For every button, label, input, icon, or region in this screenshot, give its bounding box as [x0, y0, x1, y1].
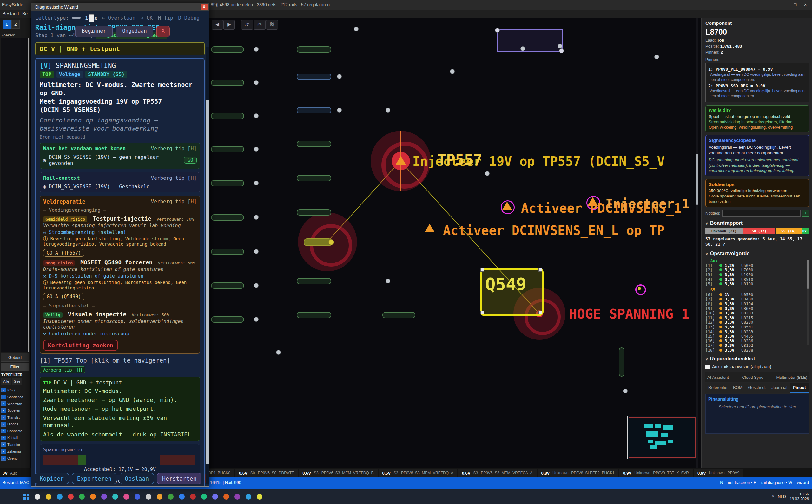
rail-context-item[interactable]: ◉ DCIN_S5_VSENSE (19V) — Geschakeld: [43, 184, 197, 190]
test-pad-dot[interactable]: [254, 283, 259, 288]
type-filter-item[interactable]: ✓Diodes: [1, 421, 30, 428]
resize-handle[interactable]: [538, 311, 542, 314]
find-short-button[interactable]: Kortsluiting zoeken: [43, 340, 118, 351]
rail-segment[interactable]: 0.6VS0PP0V6_S0_DDRVTT: [235, 469, 298, 477]
bootorder-row[interactable]: [18]3,3VU8288: [705, 348, 809, 352]
tip-action[interactable]: H Tip: [158, 15, 173, 21]
checkbox-checked-icon[interactable]: ✓: [1, 422, 6, 427]
skip-action[interactable]: ← Overslaan: [102, 15, 135, 21]
checkbox-checked-icon[interactable]: ✓: [1, 456, 6, 461]
go-to-tp557-button[interactable]: GO A (TP557): [43, 249, 84, 257]
component-capsule[interactable]: [211, 214, 244, 221]
tool-button-multimeter-ble-[interactable]: Multimeter (BLE): [776, 375, 807, 380]
slider-knob[interactable]: [88, 14, 94, 22]
type-filter-item[interactable]: ✓IC's (: [1, 387, 30, 394]
tab-journaal[interactable]: Journaal: [769, 383, 790, 393]
checkbox-checked-icon[interactable]: ✓: [1, 401, 6, 406]
canvas-scrollbar[interactable]: [696, 18, 698, 468]
bootorder-row[interactable]: [16]3,3VU8286: [705, 339, 809, 343]
component-capsule[interactable]: [382, 312, 415, 318]
wizard-close-button[interactable]: X: [200, 4, 208, 10]
test-pad-dot[interactable]: [254, 47, 259, 52]
test-pad-dot[interactable]: [276, 350, 281, 355]
debug-action[interactable]: D Debug: [178, 15, 199, 21]
bootorder-scrollbar[interactable]: [807, 260, 809, 345]
type-filter-item[interactable]: ✓Zekering: [1, 448, 30, 455]
checkbox-icon[interactable]: [705, 365, 710, 369]
taskbar-app-icon-21[interactable]: [256, 493, 264, 501]
ok-action[interactable]: → OK: [140, 15, 153, 21]
test-pad-dot[interactable]: [654, 55, 659, 59]
taskbar-app-icon-14[interactable]: [178, 493, 186, 501]
herstarten-button[interactable]: Herstarten: [157, 473, 201, 484]
tray-expand-icon[interactable]: ^: [772, 494, 774, 499]
bootorder-row[interactable]: [7]3,3VU3400: [705, 297, 809, 302]
test-pad-dot[interactable]: [254, 80, 259, 85]
type-filter-item[interactable]: ✓Overig: [1, 455, 30, 462]
taskbar-app-icon-13[interactable]: [166, 493, 175, 501]
minimap[interactable]: [627, 416, 697, 459]
search-results-panel[interactable]: [1, 38, 29, 352]
bootorder-scrollbar-thumb[interactable]: [807, 260, 809, 289]
canvas-scrollbar-thumb[interactable]: [696, 154, 698, 205]
bootorder-row[interactable]: [11]3,3VU8215: [705, 315, 809, 320]
type-filter-item[interactable]: ✓Transfor: [1, 441, 30, 448]
filter-geen-button[interactable]: Gee: [12, 378, 22, 385]
bootorder-row[interactable]: [14]3,3VU8283: [705, 329, 809, 334]
component-capsule[interactable]: [211, 180, 244, 186]
component-capsule[interactable]: [297, 141, 331, 147]
checkbox-checked-icon[interactable]: ✓: [1, 442, 6, 447]
component-capsule[interactable]: [297, 312, 331, 318]
type-filter-item[interactable]: ✓Spoelen: [1, 407, 30, 414]
filter-button[interactable]: Filter: [1, 363, 29, 371]
bootorder-row[interactable]: [12]3,3VU8280: [705, 320, 809, 325]
test-pad-dot[interactable]: [386, 108, 390, 113]
taskbar-app-icon-5[interactable]: [78, 493, 86, 501]
taskbar-app-icon-4[interactable]: [67, 493, 75, 501]
resize-handle[interactable]: [480, 268, 484, 272]
test-pad-dot[interactable]: [254, 147, 259, 152]
component-capsule[interactable]: [211, 282, 244, 289]
taskbar-app-icon-11[interactable]: [144, 493, 153, 501]
link-icon[interactable]: ⛓: [266, 20, 278, 30]
bootorder-row[interactable]: [4]3,3VU8510: [705, 277, 809, 282]
taskbar-app-icon-10[interactable]: [133, 493, 141, 501]
filter-alle-button[interactable]: Alle: [1, 378, 11, 385]
test-pad-dot[interactable]: [354, 27, 359, 31]
language-indicator[interactable]: NLD: [778, 494, 786, 499]
taskbar-app-icon-15[interactable]: [189, 493, 197, 501]
hide-tip-button[interactable]: Verberg tip [H]: [40, 366, 85, 373]
bootorder-header[interactable]: ∨Opstartvolgorde: [705, 251, 809, 256]
repairchecklist-header[interactable]: ∨Reparatiechecklist: [705, 356, 809, 362]
rail-segment[interactable]: 0.6VS3PP0V6_S3_MEM_VREFCA_A: [458, 469, 536, 477]
bootorder-row[interactable]: [9]3,3VUB600: [705, 306, 809, 311]
component-capsule[interactable]: [211, 113, 244, 119]
undo-button[interactable]: Ongedaan: [116, 26, 153, 37]
go-to-q5490-button[interactable]: GO A (Q5490): [43, 293, 84, 300]
sidebar-tab-1[interactable]: 1: [3, 20, 11, 29]
go-button[interactable]: GO: [184, 157, 197, 164]
hide-tip-link[interactable]: Verberg tip [H]: [151, 198, 197, 205]
test-pad-dot[interactable]: [386, 279, 390, 283]
taskbar-app-icon-12[interactable]: [155, 493, 164, 501]
bootorder-row[interactable]: [1]1,2VU5000: [705, 263, 809, 268]
component-capsule[interactable]: [211, 249, 244, 255]
wizard-titlebar[interactable]: Diagnostische Wizard X: [31, 3, 209, 11]
test-pad-dot[interactable]: [450, 69, 455, 74]
wizard-scrollbar[interactable]: [206, 47, 209, 484]
test-pad-dot[interactable]: [254, 317, 259, 322]
tab-bom[interactable]: BOM: [730, 383, 745, 393]
taskbar-app-icon-1[interactable]: [33, 493, 42, 501]
type-filter-item[interactable]: ✓Kristall: [1, 435, 30, 442]
exporteren-button[interactable]: Exporteren: [72, 473, 116, 484]
bootorder-row[interactable]: [17]3,3VU8192: [705, 343, 809, 348]
taskbar-app-icon-3[interactable]: [55, 493, 64, 501]
notes-add-button[interactable]: +: [802, 210, 809, 217]
taskbar-app-icon-9[interactable]: [122, 493, 130, 501]
test-pad-dot[interactable]: [254, 215, 259, 220]
bootorder-row[interactable]: [5]3,3VU8190: [705, 281, 809, 286]
test-pad-dot[interactable]: [485, 171, 490, 176]
checkbox-checked-icon[interactable]: ✓: [1, 436, 6, 440]
tp557-nav-link[interactable]: [1] TP557 Top [klik om te navigeren]: [40, 357, 200, 364]
component-capsule[interactable]: [297, 46, 331, 53]
